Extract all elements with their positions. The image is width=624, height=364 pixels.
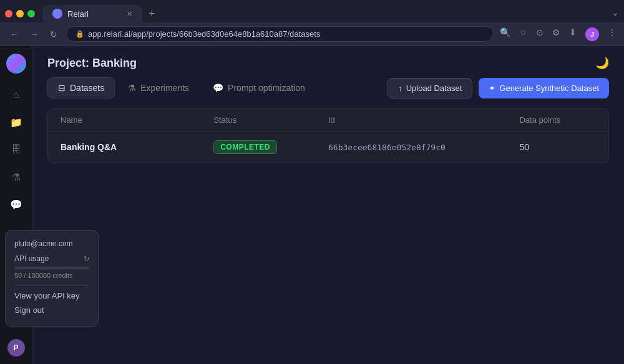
dataset-id: 66b3ecee68186e052e8f79c0 [328, 143, 519, 152]
upload-icon: ↑ [398, 84, 402, 93]
experiments-icon: ⚗ [128, 83, 136, 93]
traffic-lights [5, 10, 35, 17]
tab-experiments-label: Experiments [140, 83, 189, 93]
bookmark-icon[interactable]: ☆ [519, 27, 527, 41]
column-header-name: Name [61, 115, 213, 125]
api-usage-label: API usage [14, 254, 49, 263]
theme-toggle-icon[interactable]: 🌙 [595, 56, 609, 70]
sidebar-item-database[interactable]: 🗄 [5, 138, 27, 161]
settings-icon[interactable]: ⚙ [552, 27, 560, 41]
address-bar-actions: 🔍 ☆ ⊙ ⚙ ⬇ J ⋮ [500, 27, 617, 41]
table-row[interactable]: Banking Q&A COMPLETED 66b3ecee68186e052e… [48, 132, 608, 163]
user-popup: pluto@acme.com API usage ↻ 50 / 100000 c… [5, 230, 99, 327]
tab-prompt-optimization[interactable]: 💬 Prompt optimization [202, 77, 316, 98]
tabs-bar: ⊟ Datasets ⚗ Experiments 💬 Prompt optimi… [32, 77, 624, 98]
search-icon[interactable]: 🔍 [500, 27, 510, 41]
profile-avatar[interactable]: J [585, 27, 599, 41]
dataset-datapoints: 50 [519, 142, 596, 152]
popup-divider [14, 285, 89, 286]
page-title: Project: Banking [47, 57, 137, 70]
user-email: pluto@acme.com [14, 239, 89, 248]
forward-button[interactable]: → [27, 28, 41, 41]
url-text: app.relari.ai/app/projects/66b3ed63d0e64… [88, 29, 320, 39]
column-header-datapoints: Data points [519, 115, 596, 125]
menu-icon[interactable]: ⋮ [608, 27, 617, 41]
tab-datasets-label: Datasets [70, 83, 104, 93]
main-content: Project: Banking 🌙 ⊟ Datasets ⚗ Experime… [32, 46, 624, 364]
sidebar: ⌂ 📁 🗄 ⚗ 💬 pluto@acme.com API usage ↻ 50 … [0, 46, 32, 364]
generate-synthetic-button[interactable]: ✦ Generate Synthetic Dataset [479, 78, 609, 98]
sidebar-item-home[interactable]: ⌂ [5, 84, 27, 106]
tab-prompt-label: Prompt optimization [228, 83, 305, 93]
refresh-icon[interactable]: ↻ [84, 255, 89, 263]
browser-chrome: Relari ✕ + ⌄ ← → ↻ 🔒 app.relari.ai/app/p… [0, 0, 624, 46]
app-logo[interactable] [6, 54, 26, 74]
reload-button[interactable]: ↻ [47, 28, 60, 41]
sidebar-item-folder[interactable]: 📁 [5, 111, 27, 133]
column-header-status: Status [213, 115, 328, 125]
maximize-window-button[interactable] [27, 10, 35, 17]
new-tab-button[interactable]: + [145, 7, 159, 21]
upload-dataset-button[interactable]: ↑ Upload Dataset [388, 78, 472, 98]
url-field[interactable]: 🔒 app.relari.ai/app/projects/66b3ed63d0e… [66, 26, 494, 42]
prompt-icon: 💬 [213, 83, 223, 93]
generate-label: Generate Synthetic Dataset [499, 84, 599, 93]
column-header-id: Id [328, 115, 519, 125]
status-badge: COMPLETED [213, 140, 277, 154]
datasets-icon: ⊟ [58, 83, 66, 93]
upload-label: Upload Dataset [406, 84, 462, 93]
action-buttons: ↑ Upload Dataset ✦ Generate Synthetic Da… [388, 78, 609, 98]
address-bar: ← → ↻ 🔒 app.relari.ai/app/projects/66b3e… [0, 22, 624, 46]
close-window-button[interactable] [5, 10, 12, 17]
api-usage-row: API usage ↻ [14, 254, 89, 263]
sidebar-item-chat[interactable]: 💬 [5, 193, 27, 216]
dataset-name: Banking Q&A [61, 142, 213, 152]
view-api-key-link[interactable]: View your API key [14, 289, 89, 303]
user-avatar-bottom[interactable]: P [7, 339, 25, 357]
tab-bar: Relari ✕ + ⌄ [0, 0, 624, 22]
dataset-status: COMPLETED [213, 140, 328, 154]
sidebar-item-flask[interactable]: ⚗ [5, 166, 27, 188]
extensions-icon[interactable]: ⊙ [536, 27, 544, 41]
credits-text: 50 / 100000 credits [14, 272, 89, 279]
tab-controls-right: ⌄ [612, 7, 619, 20]
minimize-window-button[interactable] [16, 10, 24, 17]
app-container: ⌂ 📁 🗄 ⚗ 💬 pluto@acme.com API usage ↻ 50 … [0, 46, 624, 364]
sign-out-link[interactable]: Sign out [14, 303, 89, 317]
downloads-icon[interactable]: ⬇ [569, 27, 577, 41]
back-button[interactable]: ← [7, 28, 21, 41]
tab-experiments[interactable]: ⚗ Experiments [117, 77, 200, 98]
tab-close-icon[interactable]: ✕ [127, 10, 132, 18]
sparkle-icon: ✦ [489, 84, 495, 93]
table-header: Name Status Id Data points [48, 109, 608, 132]
page-header: Project: Banking 🌙 [32, 46, 624, 77]
datasets-table: Name Status Id Data points Banking Q&A C… [47, 108, 609, 163]
tab-datasets[interactable]: ⊟ Datasets [47, 77, 115, 98]
tab-favicon-icon [52, 9, 62, 19]
active-tab[interactable]: Relari ✕ [42, 5, 142, 22]
credits-progress-bar [14, 267, 89, 269]
lock-icon: 🔒 [76, 30, 84, 38]
tab-title: Relari [67, 9, 89, 19]
